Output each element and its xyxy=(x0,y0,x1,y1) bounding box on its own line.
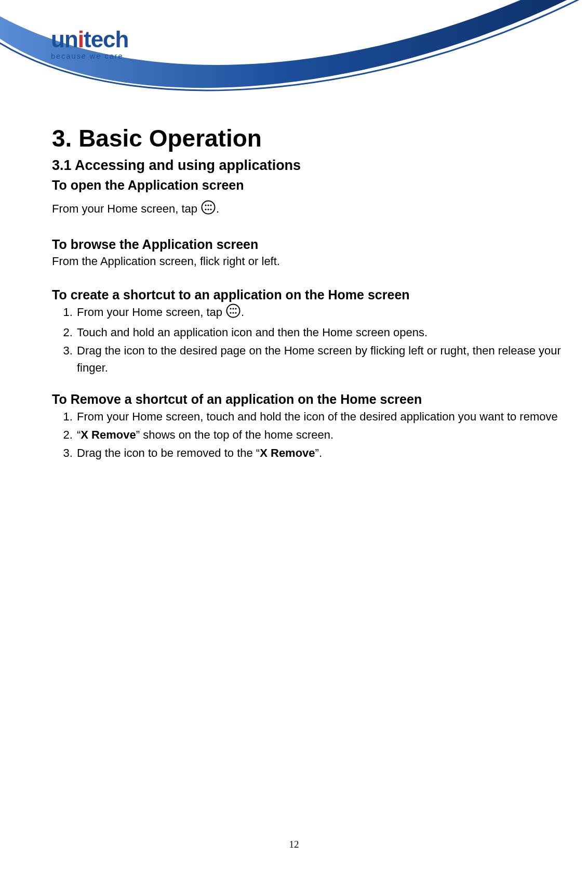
open-app-text: From your Home screen, tap . xyxy=(52,200,571,219)
brand-tagline: because we care xyxy=(51,52,128,60)
svg-point-12 xyxy=(233,312,234,313)
brand-name-part1: un xyxy=(51,27,78,52)
svg-point-0 xyxy=(202,201,215,214)
text-fragment: Drag the icon to be removed to the “ xyxy=(77,446,260,459)
svg-point-9 xyxy=(233,308,234,309)
chapter-heading: 3. Basic Operation xyxy=(52,125,571,152)
browse-app-text: From the Application screen, flick right… xyxy=(52,253,571,270)
svg-point-7 xyxy=(227,304,240,317)
list-item: From your Home screen, touch and hold th… xyxy=(76,408,571,425)
apps-grid-icon xyxy=(201,200,216,219)
svg-point-8 xyxy=(230,308,232,309)
brand-name-accent: i xyxy=(78,27,84,52)
subhead-browse-app: To browse the Application screen xyxy=(52,237,571,252)
svg-point-5 xyxy=(208,208,209,210)
brand-logo: unitech because we care xyxy=(51,28,128,60)
text-fragment: ”. xyxy=(315,446,322,459)
text-fragment: From your Home screen, tap xyxy=(77,306,225,319)
list-item: Drag the icon to be removed to the “X Re… xyxy=(76,444,571,462)
list-item: From your Home screen, tap . xyxy=(76,304,571,323)
subhead-open-app: To open the Application screen xyxy=(52,178,571,193)
remove-shortcut-steps: From your Home screen, touch and hold th… xyxy=(52,408,571,462)
subhead-remove-shortcut: To Remove a shortcut of an application o… xyxy=(52,392,571,407)
svg-point-2 xyxy=(208,204,209,206)
text-fragment: ” shows on the top of the home screen. xyxy=(136,428,333,441)
brand-name-part2: tech xyxy=(84,27,128,52)
list-item: “X Remove” shows on the top of the home … xyxy=(76,426,571,443)
svg-point-13 xyxy=(235,312,237,313)
section-heading: 3.1 Accessing and using applications xyxy=(52,157,571,174)
brand-name: unitech xyxy=(51,28,128,51)
list-item: Drag the icon to the desired page on the… xyxy=(76,342,571,376)
bold-text: X Remove xyxy=(81,428,136,441)
create-shortcut-steps: From your Home screen, tap . Touch and h… xyxy=(52,304,571,376)
bold-text: X Remove xyxy=(260,446,315,459)
subhead-create-shortcut: To create a shortcut to an application o… xyxy=(52,287,571,302)
list-item: Touch and hold an application icon and t… xyxy=(76,324,571,341)
svg-point-10 xyxy=(235,308,237,309)
text-fragment: From your Home screen, tap xyxy=(52,202,201,215)
svg-point-11 xyxy=(230,312,232,313)
apps-grid-icon xyxy=(226,304,240,323)
text-fragment: . xyxy=(216,202,219,215)
svg-point-3 xyxy=(210,204,212,206)
text-fragment: . xyxy=(241,306,244,319)
svg-point-1 xyxy=(205,204,207,206)
page-number: 12 xyxy=(0,839,588,850)
page-content: 3. Basic Operation 3.1 Accessing and usi… xyxy=(52,125,571,463)
svg-point-4 xyxy=(205,208,207,210)
svg-point-6 xyxy=(210,208,212,210)
